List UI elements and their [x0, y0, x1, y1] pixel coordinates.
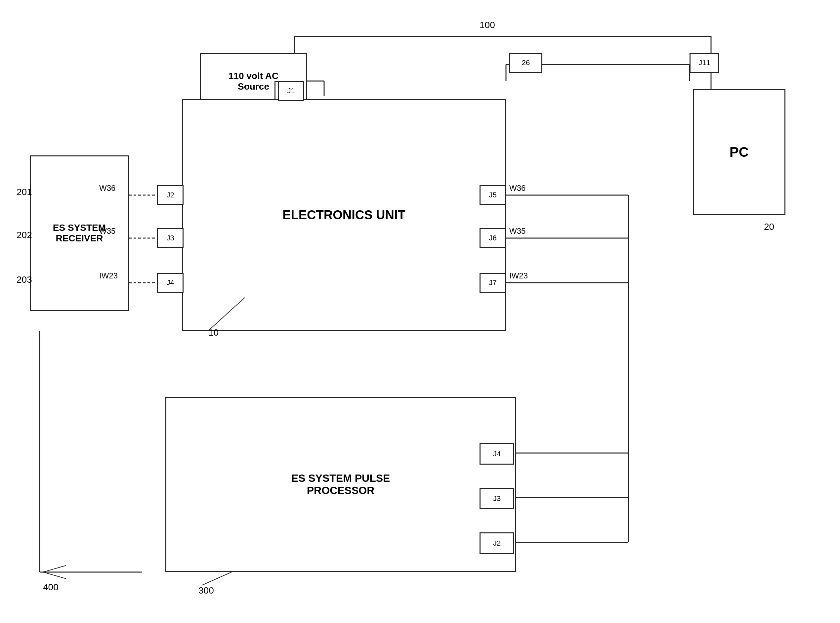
bracket-lines: [0, 0, 840, 623]
diagram: 100 110 volt AC Source ELECTRONICS UNIT …: [0, 0, 840, 623]
svg-line-21: [208, 298, 245, 331]
svg-line-22: [202, 572, 232, 585]
